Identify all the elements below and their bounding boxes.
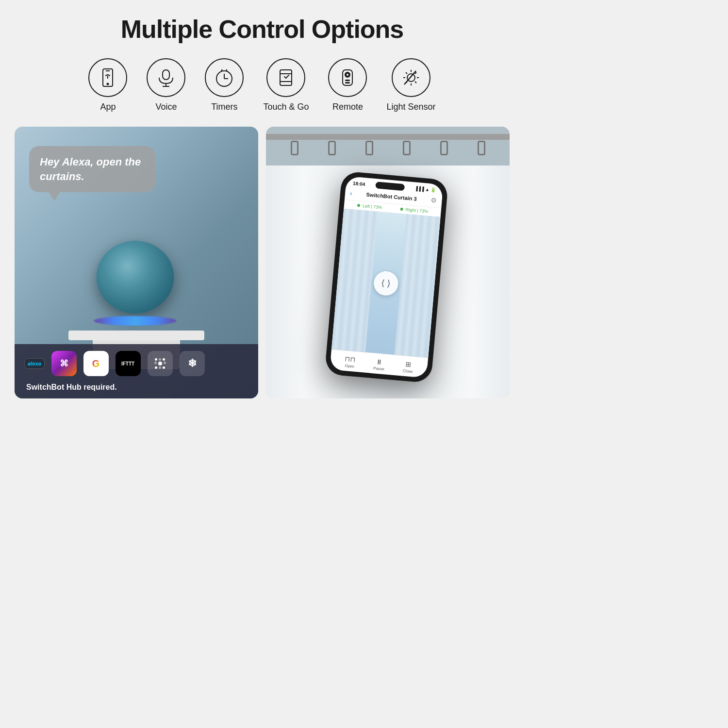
hook-4 [403,141,411,155]
control-option-remote: Remote [328,58,367,112]
hook-3 [365,141,373,155]
clock-icon [214,67,235,88]
remote-icon-circle [328,58,367,97]
hub-required-text: SwitchBot Hub required. [26,383,117,392]
alexa-logo: alexa [24,358,45,369]
svg-line-11 [226,69,227,71]
shortcuts-logo: ⌘ [51,351,77,376]
timers-label: Timers [211,102,237,112]
phone-mockup: 18:04 ▐▐▐ ▲ 🔋 ‹ SwitchBot Curtain 3 ⚙ Le… [325,171,449,383]
svg-line-26 [415,82,416,83]
app-title: SwitchBot Curtain 3 [366,192,417,202]
light-sensor-icon [400,67,422,88]
phone-curtain-right-visual [395,214,441,358]
right-progress: Right | 73% [400,207,429,214]
google-logo: G [83,351,109,376]
phone-center-control[interactable]: ⟨ ⟩ [373,270,399,296]
pause-button[interactable]: ⏸ Pause [373,357,385,371]
smartphone-icon [97,67,118,88]
close-button[interactable]: ⊞ Close [403,360,414,374]
phone-screen: 18:04 ▐▐▐ ▲ 🔋 ‹ SwitchBot Curtain 3 ⚙ Le… [330,176,443,378]
control-option-touch-go: Touch & Go [263,58,309,112]
partner-logos-bar: alexa ⌘ G IFTTT [15,344,258,398]
control-options-row: App Voice Timers [88,58,435,112]
table-top [68,331,204,340]
left-progress: Left | 73% [357,203,382,210]
page-title: Multiple Control Options [121,15,404,44]
remote-label: Remote [332,102,363,112]
control-option-timers: Timers [205,58,244,112]
matter-logo: ❄ [180,351,205,376]
phone-panel: 18:04 ▐▐▐ ▲ 🔋 ‹ SwitchBot Curtain 3 ⚙ Le… [266,127,510,398]
control-option-light-sensor: Light Sensor [386,58,435,112]
remote-icon [337,67,358,88]
speech-bubble: Hey Alexa, open the curtains. [29,146,155,192]
timers-icon-circle [205,58,244,97]
light-sensor-icon-circle [392,58,430,97]
alexa-panel: Hey Alexa, open the curtains. alexa ⌘ G [15,127,258,398]
close-icon: ⊞ [405,360,412,368]
left-dot [357,204,360,207]
app-icon-circle [88,58,127,97]
control-option-voice: Voice [147,58,185,112]
hub-logo [148,351,173,376]
voice-icon-circle [147,58,185,97]
app-label: App [100,102,116,112]
svg-line-10 [221,69,222,71]
touch-go-label: Touch & Go [263,102,309,112]
svg-point-17 [347,74,348,76]
control-option-app: App [88,58,127,112]
close-label: Close [403,369,413,374]
microphone-icon [155,67,177,88]
hook-5 [440,141,448,155]
open-button[interactable]: ⊓⊓ Open [344,355,356,369]
phone-curtain-left-visual [331,209,378,352]
open-icon: ⊓⊓ [345,355,356,364]
images-row: Hey Alexa, open the curtains. alexa ⌘ G [15,127,510,398]
hook-1 [291,141,298,155]
pause-icon: ⏸ [376,358,383,366]
hook-2 [328,141,336,155]
svg-point-2 [107,83,109,85]
svg-rect-18 [345,80,350,81]
phone-time: 18:04 [353,181,365,187]
light-sensor-label: Light Sensor [386,102,435,112]
touch-go-icon-circle [266,58,305,97]
phone-curtain-visual: ⟨ ⟩ [331,209,441,358]
curtain-rod [266,134,510,140]
settings-icon: ⚙ [430,196,437,204]
svg-line-25 [406,72,407,74]
curtain-hooks [266,140,510,155]
right-dot [400,208,403,211]
echo-dot [97,241,174,314]
ifttt-logo: IFTTT [116,351,141,376]
hook-6 [478,141,485,155]
svg-rect-19 [345,82,350,83]
voice-label: Voice [155,102,177,112]
touch-icon [275,67,297,88]
svg-rect-4 [163,70,169,80]
echo-dot-ring [94,316,177,326]
back-arrow: ‹ [349,189,352,197]
open-label: Open [345,364,354,369]
pause-label: Pause [373,366,384,371]
